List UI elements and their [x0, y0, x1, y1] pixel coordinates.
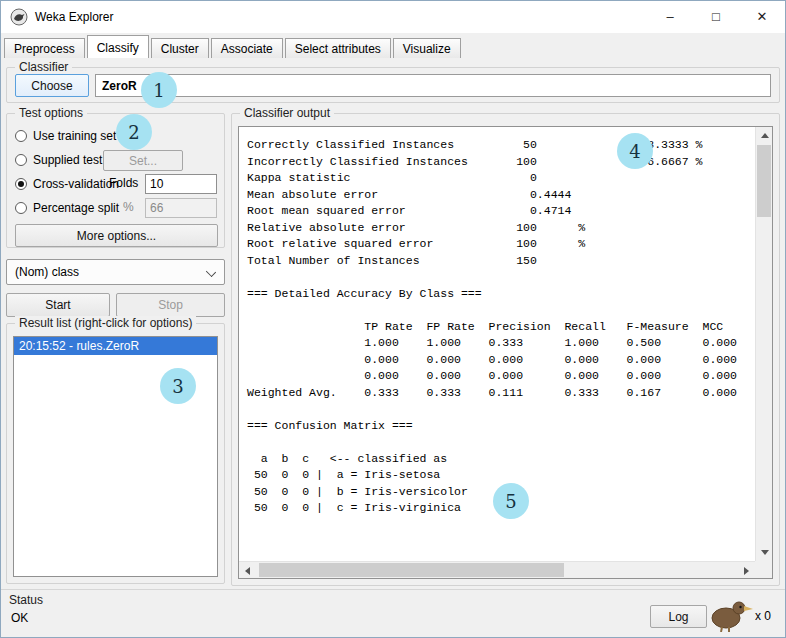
cross-validation-label: Cross-validation — [33, 177, 119, 191]
result-list-item[interactable]: 20:15:52 - rules.ZeroR — [14, 337, 217, 355]
percentage-split-label: Percentage split — [33, 201, 119, 215]
classifier-output-group-label: Classifier output — [240, 106, 334, 120]
callout-3: 3 — [160, 368, 196, 404]
percent-label: % — [123, 200, 134, 214]
status-message: OK — [11, 611, 28, 625]
callout-4: 4 — [617, 133, 653, 169]
result-list-groupbox: Result list (right-click for options) 20… — [6, 323, 225, 584]
callout-2: 2 — [116, 114, 152, 150]
weka-bird-icon — [707, 598, 753, 635]
scroll-up-arrow[interactable] — [756, 127, 773, 144]
status-group-label: Status — [9, 593, 43, 607]
radio-icon — [15, 130, 27, 142]
maximize-button[interactable]: □ — [693, 1, 739, 32]
minimize-icon: – — [666, 9, 673, 24]
radio-icon — [15, 202, 27, 214]
folds-label: Folds — [109, 176, 138, 190]
log-button[interactable]: Log — [650, 605, 707, 628]
vertical-scrollbar[interactable] — [755, 127, 772, 561]
tab-associate[interactable]: Associate — [211, 38, 283, 58]
horizontal-scrollbar[interactable] — [239, 561, 755, 578]
set-test-set-button[interactable]: Set... — [103, 150, 183, 171]
minimize-button[interactable]: – — [647, 1, 693, 32]
tab-select-attributes[interactable]: Select attributes — [285, 38, 391, 58]
weka-explorer-window: Weka Explorer – □ ✕ Preprocess Classify … — [0, 0, 786, 638]
classifier-groupbox: Classifier Choose ZeroR — [6, 67, 780, 103]
callout-5: 5 — [493, 483, 529, 519]
scroll-right-arrow[interactable] — [738, 562, 755, 579]
use-training-set-label: Use training set — [33, 129, 116, 143]
window-title: Weka Explorer — [35, 10, 113, 24]
arrow-up-icon — [761, 133, 769, 138]
maximize-icon: □ — [712, 9, 720, 24]
close-icon: ✕ — [757, 9, 768, 24]
title-bar[interactable]: Weka Explorer – □ ✕ — [1, 1, 785, 33]
scrollbar-corner — [755, 561, 772, 578]
weka-bird-counter: x 0 — [755, 609, 771, 623]
vertical-scrollbar-thumb[interactable] — [757, 145, 771, 217]
scroll-left-arrow[interactable] — [239, 562, 256, 579]
classifier-scheme-field[interactable]: ZeroR — [95, 74, 771, 97]
scroll-down-arrow[interactable] — [756, 544, 773, 561]
close-button[interactable]: ✕ — [739, 1, 785, 32]
stop-button[interactable]: Stop — [116, 293, 225, 317]
start-button[interactable]: Start — [6, 293, 110, 317]
percent-split-field[interactable] — [145, 198, 217, 218]
cross-validation-option[interactable]: Cross-validation — [15, 176, 119, 192]
weka-logo-icon — [10, 8, 28, 26]
result-list-group-label: Result list (right-click for options) — [15, 316, 196, 330]
class-attribute-dropdown[interactable]: (Nom) class — [6, 259, 225, 285]
class-attribute-value: (Nom) class — [15, 265, 79, 279]
folds-field[interactable] — [145, 174, 217, 194]
arrow-left-icon — [245, 567, 250, 575]
tab-visualize[interactable]: Visualize — [393, 38, 461, 58]
tab-cluster[interactable]: Cluster — [151, 38, 209, 58]
test-options-group-label: Test options — [15, 106, 87, 120]
radio-selected-icon — [15, 178, 27, 190]
chevron-down-icon — [206, 267, 216, 277]
callout-1: 1 — [141, 72, 177, 108]
tab-preprocess[interactable]: Preprocess — [4, 38, 85, 58]
use-training-set-option[interactable]: Use training set — [15, 128, 116, 144]
tab-bar: Preprocess Classify Cluster Associate Se… — [4, 35, 463, 58]
radio-icon — [15, 154, 27, 166]
arrow-right-icon — [744, 567, 749, 575]
classifier-group-label: Classifier — [15, 60, 72, 74]
status-bar: Status OK Log x 0 — [1, 589, 785, 637]
arrow-down-icon — [761, 550, 769, 555]
tab-classify[interactable]: Classify — [87, 35, 149, 58]
choose-classifier-button[interactable]: Choose — [15, 74, 89, 97]
percentage-split-option[interactable]: Percentage split — [15, 200, 119, 216]
horizontal-scrollbar-thumb[interactable] — [259, 563, 564, 577]
more-options-button[interactable]: More options... — [15, 224, 218, 247]
